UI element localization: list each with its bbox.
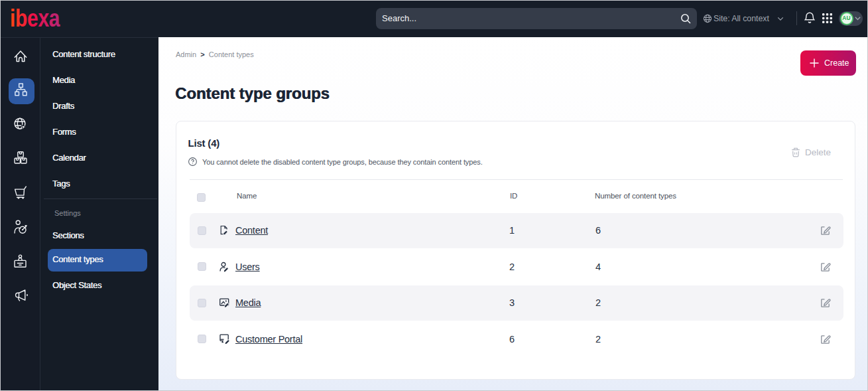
svg-text:ibexa: ibexa bbox=[10, 7, 60, 27]
